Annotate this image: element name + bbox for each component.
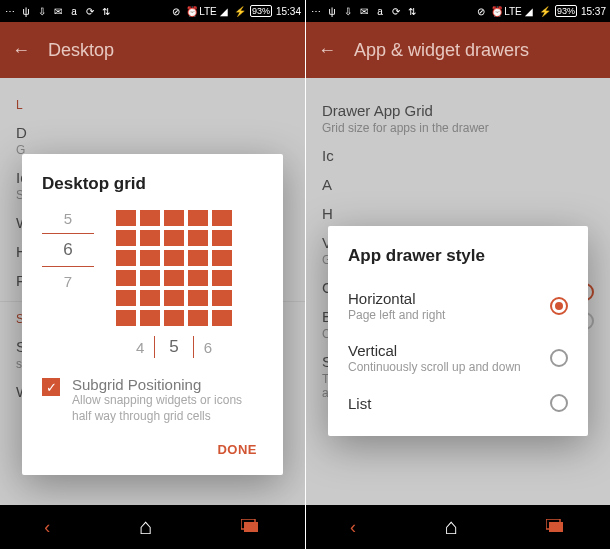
usb-icon: ψ [20, 6, 32, 17]
radio-icon[interactable] [550, 394, 568, 412]
lte-icon: LTE [202, 6, 214, 17]
option-label: Vertical [348, 342, 521, 359]
radio-option[interactable]: List [348, 384, 568, 422]
content: L DG IcS W H P S Sscreens Wallpaper scro… [0, 78, 305, 505]
dnd-icon: ⊘ [475, 6, 487, 17]
subgrid-checkbox[interactable]: ✓ [42, 378, 60, 396]
grid-cell [116, 310, 136, 326]
signal-icon: ◢ [523, 6, 535, 17]
subgrid-row[interactable]: ✓ Subgrid Positioning Allow snapping wid… [42, 376, 263, 424]
rows-prev: 5 [42, 210, 94, 227]
nav-home-icon[interactable]: ⌂ [139, 514, 152, 540]
content: Drawer App GridGrid size for apps in the… [306, 78, 610, 505]
grid-cell [140, 230, 160, 246]
grid-cell [116, 290, 136, 306]
battery-text: 93% [250, 5, 272, 17]
statusbar: ⋯ ψ ⇩ ✉ a ⟳ ⇅ ⊘ ⏰ LTE ◢ ⚡ 93% 15:37 [306, 0, 610, 22]
radio-option[interactable]: VerticalContinuously scroll up and down [348, 332, 568, 384]
radio-icon[interactable] [550, 297, 568, 315]
drawer-style-dialog: App drawer style HorizontalPage left and… [328, 226, 588, 436]
grid-cell [164, 230, 184, 246]
charge-icon: ⚡ [539, 6, 551, 17]
sync-icon: ⟳ [84, 6, 96, 17]
grid-preview: 4 5 6 [116, 210, 232, 358]
option-label: List [348, 395, 371, 412]
option-label: Horizontal [348, 290, 445, 307]
done-button[interactable]: DONE [211, 434, 263, 465]
page-title: App & widget drawers [354, 40, 529, 61]
grid-cell [212, 270, 232, 286]
dialog-title: App drawer style [348, 246, 568, 266]
mail-icon: ✉ [358, 6, 370, 17]
nav-recent-icon[interactable] [546, 517, 566, 538]
phone-right: ⋯ ψ ⇩ ✉ a ⟳ ⇅ ⊘ ⏰ LTE ◢ ⚡ 93% 15:37 ← Ap… [305, 0, 610, 549]
grid-cell [140, 290, 160, 306]
more-icon: ⋯ [310, 6, 322, 17]
navbar: ‹ ⌂ [0, 505, 305, 549]
sync-icon: ⟳ [390, 6, 402, 17]
cols-prev: 4 [136, 339, 144, 356]
download-icon: ⇩ [342, 6, 354, 17]
mail-icon: ✉ [52, 6, 64, 17]
grid-cell [212, 230, 232, 246]
rows-selected: 6 [42, 240, 94, 260]
usb-icon: ψ [326, 6, 338, 17]
transfer-icon: ⇅ [406, 6, 418, 17]
navbar: ‹ ⌂ [306, 505, 610, 549]
grid-cell [116, 270, 136, 286]
signal-icon: ◢ [218, 6, 230, 17]
grid-cell [116, 250, 136, 266]
amazon-icon: a [374, 6, 386, 17]
grid-cell [188, 310, 208, 326]
clock: 15:34 [276, 6, 301, 17]
grid-cell [212, 290, 232, 306]
grid-cell [212, 250, 232, 266]
nav-home-icon[interactable]: ⌂ [444, 514, 457, 540]
grid-cell [164, 270, 184, 286]
page-title: Desktop [48, 40, 114, 61]
nav-back-icon[interactable]: ‹ [44, 517, 50, 538]
grid-cell [140, 270, 160, 286]
alarm-icon: ⏰ [491, 6, 503, 17]
grid-cell [212, 310, 232, 326]
battery-text: 93% [555, 5, 577, 17]
amazon-icon: a [68, 6, 80, 17]
transfer-icon: ⇅ [100, 6, 112, 17]
svg-rect-2 [549, 522, 563, 532]
grid-cell [212, 210, 232, 226]
svg-rect-0 [244, 522, 258, 532]
grid-cell [188, 250, 208, 266]
phone-left: ⋯ ψ ⇩ ✉ a ⟳ ⇅ ⊘ ⏰ LTE ◢ ⚡ 93% 15:34 ← De… [0, 0, 305, 549]
statusbar: ⋯ ψ ⇩ ✉ a ⟳ ⇅ ⊘ ⏰ LTE ◢ ⚡ 93% 15:34 [0, 0, 305, 22]
dnd-icon: ⊘ [170, 6, 182, 17]
cols-next: 6 [204, 339, 212, 356]
subgrid-sub: Allow snapping widgets or icons half way… [72, 393, 263, 424]
nav-recent-icon[interactable] [241, 517, 261, 538]
appbar: ← Desktop [0, 22, 305, 78]
desktop-grid-dialog: Desktop grid 5 6 7 4 5 6 [22, 154, 283, 475]
grid-cell [188, 290, 208, 306]
grid-cell [116, 230, 136, 246]
more-icon: ⋯ [4, 6, 16, 17]
clock: 15:37 [581, 6, 606, 17]
radio-icon[interactable] [550, 349, 568, 367]
option-sub: Page left and right [348, 308, 445, 322]
grid-cell [116, 210, 136, 226]
back-icon[interactable]: ← [318, 40, 336, 61]
grid-cell [164, 290, 184, 306]
dialog-title: Desktop grid [42, 174, 263, 194]
download-icon: ⇩ [36, 6, 48, 17]
lte-icon: LTE [507, 6, 519, 17]
grid-cell [164, 250, 184, 266]
cols-picker[interactable]: 4 5 6 [136, 336, 212, 358]
grid-cell [164, 210, 184, 226]
grid-cell [188, 210, 208, 226]
option-sub: Continuously scroll up and down [348, 360, 521, 374]
radio-option[interactable]: HorizontalPage left and right [348, 280, 568, 332]
charge-icon: ⚡ [234, 6, 246, 17]
rows-picker[interactable]: 5 6 7 [42, 210, 94, 290]
back-icon[interactable]: ← [12, 40, 30, 61]
nav-back-icon[interactable]: ‹ [350, 517, 356, 538]
grid-cell [188, 270, 208, 286]
alarm-icon: ⏰ [186, 6, 198, 17]
